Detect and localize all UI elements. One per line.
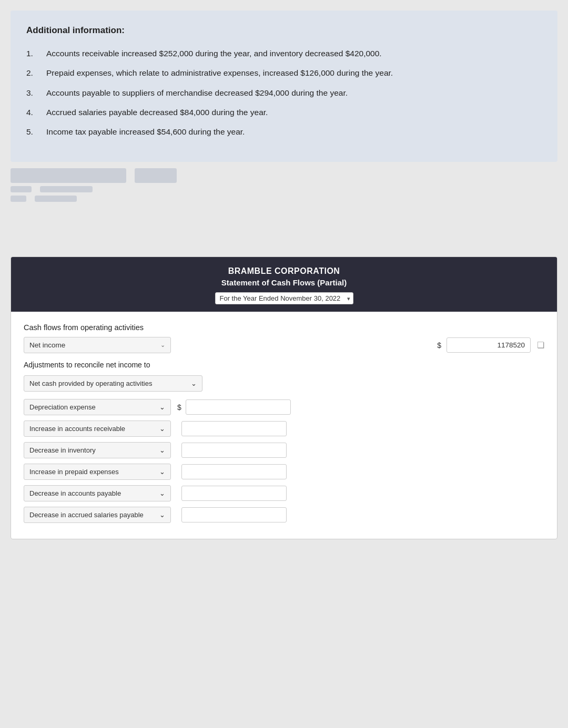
depreciation-dropdown[interactable]: Depreciation expense ⌄	[24, 399, 171, 415]
accrued-salaries-dropdown[interactable]: Decrease in accrued salaries payable ⌄	[24, 507, 171, 523]
chevron-down-icon: ⌄	[159, 425, 165, 433]
period-select[interactable]: For the Year Ended November 30, 2022	[215, 292, 353, 304]
period-row: For the Year Ended November 30, 2022	[22, 292, 546, 304]
net-income-label: Net income	[29, 341, 65, 349]
prepaid-expenses-dropdown[interactable]: Increase in prepaid expenses ⌄	[24, 464, 171, 480]
list-item: 2. Prepaid expenses, which relate to adm…	[26, 67, 542, 79]
chevron-down-icon: ⌄	[159, 489, 165, 497]
section-title-operating: Cash flows from operating activities	[24, 323, 544, 332]
list-item-text: Accrued salaries payable decreased $84,0…	[46, 106, 268, 118]
edit-icon[interactable]: ❏	[537, 340, 544, 350]
chevron-down-icon: ⌄	[159, 446, 165, 454]
period-select-wrapper[interactable]: For the Year Ended November 30, 2022	[215, 292, 353, 304]
info-list: 1. Accounts receivable increased $252,00…	[26, 47, 542, 138]
statement-title: Statement of Cash Flows (Partial)	[22, 278, 546, 287]
list-item-num: 3.	[26, 87, 46, 99]
depreciation-input[interactable]	[186, 399, 291, 415]
accounts-receivable-label: Increase in accounts receivable	[29, 425, 125, 433]
statement-body: Cash flows from operating activities Net…	[11, 312, 557, 539]
list-item-text: Prepaid expenses, which relate to admini…	[46, 67, 393, 79]
net-income-row: Net income ⌄ $ ❏	[24, 337, 544, 353]
inventory-input[interactable]	[181, 443, 287, 458]
mid-separator	[0, 162, 568, 257]
additional-info-title: Additional information:	[26, 25, 542, 36]
chevron-down-icon: ⌄	[159, 468, 165, 476]
blurred-element	[11, 186, 32, 192]
blurred-element	[11, 168, 126, 183]
operating-activities-label: Net cash provided by operating activitie…	[29, 380, 152, 387]
company-name: BRAMBLE CORPORATION	[22, 266, 546, 276]
net-income-dollar-sign: $	[437, 341, 441, 350]
statement-header: BRAMBLE CORPORATION Statement of Cash Fl…	[11, 257, 557, 312]
chevron-down-icon: ⌄	[191, 380, 197, 387]
accrued-salaries-label: Decrease in accrued salaries payable	[29, 511, 144, 519]
list-item-text: Accounts receivable increased $252,000 d…	[46, 47, 382, 59]
chevron-down-icon: ⌄	[160, 342, 165, 348]
accounts-receivable-row: Increase in accounts receivable ⌄	[24, 421, 544, 437]
accounts-receivable-input[interactable]	[181, 421, 287, 436]
prepaid-expenses-row: Increase in prepaid expenses ⌄	[24, 464, 544, 480]
chevron-down-icon: ⌄	[159, 511, 165, 519]
depreciation-label: Depreciation expense	[29, 403, 96, 411]
blurred-element	[135, 168, 177, 183]
depreciation-row: Depreciation expense ⌄ $	[24, 399, 544, 415]
accounts-receivable-dropdown[interactable]: Increase in accounts receivable ⌄	[24, 421, 171, 437]
list-item: 4. Accrued salaries payable decreased $8…	[26, 106, 542, 118]
inventory-row: Decrease in inventory ⌄	[24, 442, 544, 458]
operating-activities-dropdown[interactable]: Net cash provided by operating activitie…	[24, 375, 202, 392]
list-item-text: Accounts payable to suppliers of merchan…	[46, 87, 348, 99]
prepaid-expenses-label: Increase in prepaid expenses	[29, 468, 119, 476]
list-item-text: Income tax payable increased $54,600 dur…	[46, 126, 245, 138]
blurred-element	[11, 196, 26, 202]
blurred-element	[40, 186, 93, 192]
accounts-payable-row: Decrease in accounts payable ⌄	[24, 485, 544, 501]
net-income-input[interactable]	[447, 337, 531, 353]
adjustments-label: Adjustments to reconcile net income to	[24, 361, 544, 369]
blurred-element	[35, 196, 77, 202]
accounts-payable-label: Decrease in accounts payable	[29, 489, 121, 497]
operating-activities-row: Net cash provided by operating activitie…	[24, 375, 544, 392]
net-income-dropdown[interactable]: Net income ⌄	[24, 337, 171, 353]
prepaid-expenses-input[interactable]	[181, 464, 287, 479]
inventory-dropdown[interactable]: Decrease in inventory ⌄	[24, 442, 171, 458]
list-item-num: 5.	[26, 126, 46, 138]
list-item: 3. Accounts payable to suppliers of merc…	[26, 87, 542, 99]
accounts-payable-input[interactable]	[181, 486, 287, 501]
accrued-salaries-input[interactable]	[181, 507, 287, 522]
chevron-down-icon: ⌄	[159, 403, 165, 411]
list-item-num: 4.	[26, 106, 46, 118]
accrued-salaries-row: Decrease in accrued salaries payable ⌄	[24, 507, 544, 523]
depreciation-dollar-sign: $	[177, 403, 181, 412]
inventory-label: Decrease in inventory	[29, 446, 96, 454]
statement-section: BRAMBLE CORPORATION Statement of Cash Fl…	[11, 257, 557, 539]
list-item-num: 2.	[26, 67, 46, 79]
list-item-num: 1.	[26, 47, 46, 59]
additional-info-section: Additional information: 1. Accounts rece…	[11, 11, 557, 162]
list-item: 1. Accounts receivable increased $252,00…	[26, 47, 542, 59]
list-item: 5. Income tax payable increased $54,600 …	[26, 126, 542, 138]
accounts-payable-dropdown[interactable]: Decrease in accounts payable ⌄	[24, 485, 171, 501]
